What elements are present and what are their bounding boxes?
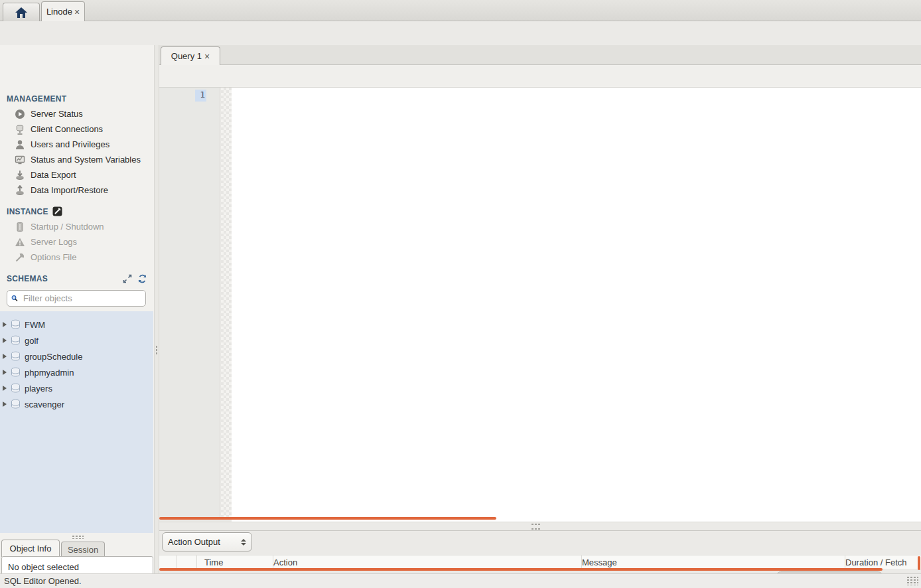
server-status-icon — [15, 109, 25, 119]
connection-tab-strip: Linode × — [0, 0, 921, 21]
sidebar-item-data-import[interactable]: Data Import/Restore — [15, 183, 153, 198]
schema-icon — [10, 383, 21, 394]
tab-query-1[interactable]: Query 1 × — [161, 46, 220, 65]
connection-tab-linode[interactable]: Linode × — [41, 1, 85, 21]
schema-row-players[interactable]: players — [0, 380, 153, 396]
tab-session[interactable]: Session — [61, 542, 105, 557]
output-table-header: Time Action Message Duration / Fetch — [159, 555, 921, 569]
query-tab-label: Query 1 — [171, 51, 202, 61]
home-tab[interactable] — [3, 3, 40, 21]
schema-icon — [10, 351, 21, 362]
schema-row-groupschedule[interactable]: groupSchedule — [0, 348, 153, 364]
output-column-action[interactable]: Action — [266, 555, 582, 569]
users-icon — [15, 139, 25, 150]
expander-icon[interactable] — [3, 370, 7, 375]
sidebar: MANAGEMENT Server Status Client Connecti… — [0, 45, 154, 573]
schema-filter-input[interactable] — [22, 293, 141, 304]
status-bar: SQL Editor Opened. — [0, 573, 921, 588]
expander-icon[interactable] — [3, 386, 7, 391]
warning-icon — [15, 237, 25, 248]
schema-list: FWM golf groupSchedule phpmya — [0, 311, 153, 533]
schema-icon — [10, 367, 21, 378]
output-vertical-scrollbar[interactable] — [918, 556, 920, 570]
editor-output-splitter[interactable] — [159, 522, 921, 531]
schema-row-fwm[interactable]: FWM — [0, 317, 153, 332]
status-text: SQL Editor Opened. — [4, 576, 82, 586]
object-info-text: No object selected — [8, 562, 79, 572]
data-export-icon — [15, 170, 25, 181]
data-import-icon — [15, 185, 25, 196]
sidebar-item-options-file[interactable]: Options File — [15, 250, 153, 265]
tab-object-info[interactable]: Object Info — [1, 540, 60, 557]
sidebar-main-splitter[interactable] — [154, 45, 159, 573]
close-icon[interactable]: × — [204, 52, 210, 61]
sidebar-item-system-variables[interactable]: Status and System Variables — [15, 152, 153, 167]
system-variables-icon — [15, 155, 25, 165]
query-tab-strip — [159, 45, 921, 65]
schema-row-scavenger[interactable]: scavenger — [0, 396, 153, 412]
output-column-icon2[interactable] — [177, 555, 197, 569]
sidebar-item-client-connections[interactable]: Client Connections — [15, 121, 153, 137]
sidebar-item-server-logs[interactable]: Server Logs — [15, 234, 153, 250]
output-column-duration[interactable]: Duration / Fetch — [838, 555, 921, 569]
output-type-value: Action Output — [168, 537, 220, 547]
line-number: 1 — [195, 90, 206, 102]
output-column-message[interactable]: Message — [575, 555, 845, 569]
sql-editor-toolbar: ¶ — [159, 65, 921, 88]
expander-icon[interactable] — [3, 402, 7, 407]
close-icon[interactable]: × — [74, 7, 80, 17]
instance-section-header: INSTANCE — [7, 207, 48, 216]
schema-icon — [10, 335, 21, 346]
schema-icon — [10, 399, 21, 409]
search-icon — [11, 293, 18, 303]
expander-icon[interactable] — [3, 322, 7, 327]
window-resize-grip[interactable] — [906, 576, 918, 585]
wrench-icon — [15, 252, 25, 263]
home-icon — [15, 7, 28, 19]
schema-row-phpmyadmin[interactable]: phpmyadmin — [0, 364, 153, 380]
output-type-selector[interactable]: Action Output — [162, 532, 252, 551]
schemas-section-header: SCHEMAS — [7, 274, 48, 283]
schema-icon — [10, 319, 21, 330]
connection-tab-label: Linode — [46, 7, 72, 17]
wrench-badge-icon — [52, 206, 62, 216]
editor-horizontal-scrollbar[interactable] — [159, 517, 496, 520]
sidebar-item-users-privileges[interactable]: Users and Privileges — [15, 137, 153, 152]
editor-fold-margin — [221, 88, 232, 517]
sidebar-item-startup-shutdown[interactable]: Startup / Shutdown — [15, 219, 153, 234]
schema-filter[interactable] — [7, 290, 146, 307]
sidebar-item-data-export[interactable]: Data Export — [15, 167, 153, 183]
output-horizontal-scrollbar[interactable] — [159, 568, 883, 571]
expander-icon[interactable] — [3, 354, 7, 359]
main-toolbar: SQL SQL i — [0, 21, 921, 45]
expander-icon[interactable] — [3, 338, 7, 343]
refresh-icon[interactable] — [137, 274, 147, 283]
schemas-section-header-row: SCHEMAS — [7, 274, 147, 283]
instance-section-header-row: INSTANCE — [7, 206, 62, 216]
sidebar-item-server-status[interactable]: Server Status — [15, 106, 153, 121]
output-column-icon1[interactable] — [159, 555, 177, 569]
editor-gutter — [159, 88, 220, 517]
management-section-header: MANAGEMENT — [7, 94, 66, 104]
selector-arrows-icon — [241, 539, 246, 546]
splitter-grip[interactable] — [155, 345, 158, 356]
client-connections-icon — [15, 124, 25, 135]
schema-row-golf[interactable]: golf — [0, 332, 153, 348]
server-box-icon — [15, 222, 25, 232]
expand-panel-icon[interactable] — [123, 274, 132, 283]
sql-editor-area[interactable] — [232, 88, 921, 522]
output-column-time[interactable]: Time — [197, 555, 273, 569]
sidebar-splitter-handle[interactable] — [72, 535, 84, 539]
splitter-grip[interactable] — [531, 523, 541, 526]
